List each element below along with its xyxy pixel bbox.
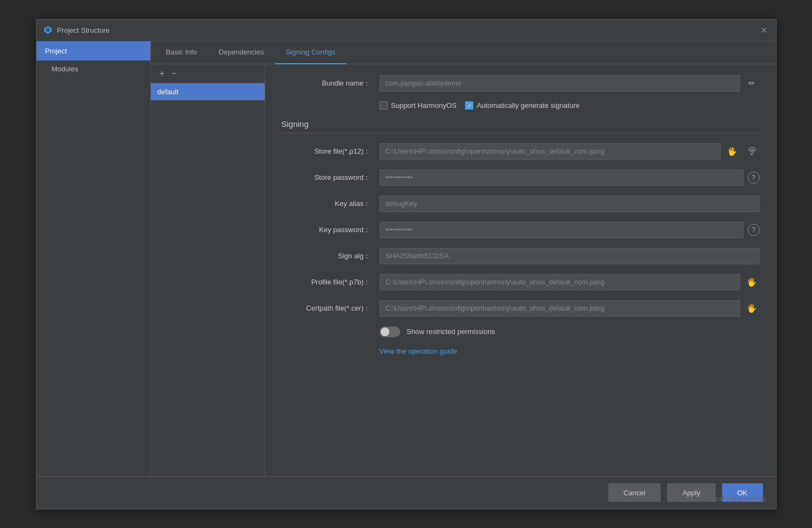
certpath-file-browse-icon[interactable]: 🖐 [744,301,760,316]
view-guide-row: View the operation guide [282,347,760,355]
support-harmonyos-label: Support HarmonyOS [391,101,457,110]
store-file-label: Store file(*.p12)： [282,147,380,156]
bundle-name-row: Bundle name： ✏ [282,75,760,92]
support-harmonyos-checkbox-box[interactable] [380,101,388,110]
signing-toolbar-actions: + − [151,64,265,83]
main-layout: Project Modules Basic Info Dependencies … [36,41,776,476]
certpath-file-input-wrap: 🖐 [380,300,760,317]
key-alias-label: Key alias： [282,199,380,209]
auto-sign-checkbox-box[interactable] [465,101,473,110]
edit-bundle-name-icon[interactable]: ✏ [744,76,760,91]
show-restricted-wrap: Show restricted permissions [380,326,760,337]
store-password-input-wrap: ? [380,169,760,186]
close-button[interactable]: ✕ [759,25,770,35]
store-password-input[interactable] [380,169,743,186]
profile-file-label: Profile file(*.p7b)： [282,277,380,287]
auto-sign-checkbox[interactable]: Automatically generate signature [465,101,579,110]
support-harmonyos-checkbox[interactable]: Support HarmonyOS [380,101,457,110]
key-password-help-icon[interactable]: ? [748,224,760,236]
key-alias-input[interactable] [380,196,760,212]
sidebar-item-modules[interactable]: Modules [36,60,150,77]
add-signing-config-button[interactable]: + [156,68,168,80]
key-password-row: Key password： ? [282,222,760,238]
certpath-file-input[interactable] [380,300,740,317]
profile-file-browse-icon[interactable]: 🖐 [744,275,760,290]
key-password-input-wrap: ? [380,222,760,238]
key-password-input[interactable] [380,222,743,238]
certpath-file-label: Certpath file(*.cer)： [282,304,380,313]
sidebar: Project Modules [36,41,151,476]
checkboxes: Support HarmonyOS Automatically generate… [380,101,760,110]
apply-button[interactable]: Apply [667,483,716,502]
bundle-name-input-wrap: ✏ [380,75,760,92]
cancel-button[interactable]: Cancel [608,483,661,502]
store-file-input[interactable] [380,143,721,160]
form-panel: Bundle name： ✏ Support HarmonyOS [265,64,776,476]
store-file-row: Store file(*.p12)： 🖐 [282,143,760,160]
profile-file-input[interactable] [380,274,740,290]
store-file-browse-icon[interactable]: 🖐 [725,144,740,159]
sign-alg-input[interactable] [380,248,760,264]
dialog: Project Structure ✕ Project Modules Basi… [36,19,777,509]
tabs-bar: Basic Info Dependencies Signing Configs [151,41,776,64]
store-password-help-icon[interactable]: ? [748,172,760,184]
remove-signing-config-button[interactable]: − [168,68,180,80]
key-alias-row: Key alias： [282,196,760,212]
key-alias-input-wrap [380,196,760,212]
content-right: Basic Info Dependencies Signing Configs … [151,41,776,476]
app-icon [43,25,53,35]
show-restricted-text: Show restricted permissions [407,327,496,336]
footer: Cancel Apply OK [36,476,776,509]
tab-basic-info[interactable]: Basic Info [155,41,208,64]
tab-dependencies[interactable]: Dependencies [208,41,275,64]
sidebar-item-project[interactable]: Project [36,41,150,60]
bundle-name-input[interactable] [380,75,740,92]
signing-section-title: Signing [282,119,760,133]
titlebar: Project Structure ✕ [36,20,776,41]
show-restricted-toggle[interactable] [380,326,400,337]
options-row: Support HarmonyOS Automatically generate… [282,101,760,110]
tab-signing-configs[interactable]: Signing Configs [275,41,346,64]
watermark: @稀土掘金技术社区 [713,495,767,503]
key-password-label: Key password： [282,225,380,235]
toggle-knob [381,327,389,336]
show-restricted-row: Show restricted permissions [282,326,760,337]
profile-file-input-wrap: 🖐 [380,274,760,290]
sign-alg-label: Sign alg： [282,251,380,261]
certpath-file-row: Certpath file(*.cer)： 🖐 [282,300,760,317]
bundle-name-label: Bundle name： [282,78,380,88]
store-password-label: Store password： [282,173,380,183]
sign-alg-row: Sign alg： [282,248,760,264]
view-guide-link[interactable]: View the operation guide [380,347,457,355]
profile-file-row: Profile file(*.p7b)： 🖐 [282,274,760,290]
auto-sign-label: Automatically generate signature [477,101,579,110]
signing-config-item-default[interactable]: default [151,83,265,100]
store-file-input-wrap: 🖐 [380,143,760,160]
store-password-row: Store password： ? [282,169,760,186]
dialog-title: Project Structure [57,26,110,34]
sign-alg-input-wrap [380,248,760,264]
store-file-fingerprint-icon[interactable] [744,144,760,159]
split-layout: + − default Bundle name： ✏ [151,64,776,476]
signing-toolbar: + − default [151,64,265,476]
